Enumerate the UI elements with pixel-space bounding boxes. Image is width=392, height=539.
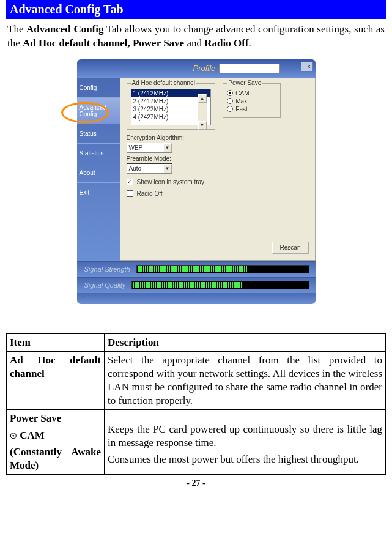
text: Keeps the PC card powered up continuousl… (108, 423, 382, 450)
radio-icon (227, 98, 233, 104)
signal-quality-row: Signal Quality (77, 277, 316, 293)
radio-max[interactable]: Max (227, 98, 276, 105)
table-row: Ad Hoc default channel Select the approp… (7, 351, 386, 409)
table-description: Keeps the PC card powered up continuousl… (105, 410, 386, 474)
power-save-label: Power Save (227, 80, 262, 86)
chevron-down-icon: ▼ (163, 164, 172, 173)
scrollbar[interactable]: ▲ ▼ (198, 94, 207, 130)
page-number: - 27 - (6, 478, 386, 488)
scroll-up-icon[interactable]: ▲ (198, 94, 207, 103)
preamble-label: Preamble Mode: (127, 155, 309, 162)
radio-fast[interactable]: Fast (227, 106, 276, 113)
radio-label: Fast (235, 106, 247, 113)
checkbox-icon (127, 179, 133, 185)
radio-cam[interactable]: CAM (227, 90, 276, 97)
text: CAM (17, 429, 45, 441)
text: Consumes the most power but offers the h… (108, 453, 382, 466)
adhoc-channel-label: Ad Hoc default channel (131, 80, 196, 86)
radio-icon (227, 90, 233, 96)
window-footer (77, 293, 316, 304)
radio-label: CAM (235, 90, 249, 97)
signal-quality-label: Signal Quality (84, 281, 126, 289)
rescan-button[interactable]: Rescan (272, 242, 309, 254)
window-titlebar: Profile – × (77, 59, 316, 78)
text: and (184, 37, 204, 49)
signal-strength-row: Signal Strength (77, 261, 316, 277)
encryption-value: WEP (129, 144, 143, 151)
encryption-label: Encryption Algorithm: (127, 135, 309, 141)
table-item: Power Save ☉ CAM (Constantly Awake Mode) (7, 410, 105, 474)
profile-label: Profile (193, 64, 216, 73)
intro-paragraph: The Advanced Config Tab allows you to ch… (6, 23, 386, 57)
sidebar-tab-config[interactable]: Config (77, 78, 120, 97)
signal-strength-label: Signal Strength (84, 266, 130, 273)
show-tray-checkbox-row[interactable]: Show icon in system tray (127, 179, 309, 185)
app-screenshot: Profile – × Config Advanced Config Statu… (77, 59, 316, 316)
checkbox-label: Show icon in system tray (137, 179, 205, 185)
signal-strength-bar (136, 265, 309, 273)
highlight-circle (61, 102, 109, 123)
sidebar-tab-statistics[interactable]: Statistics (77, 143, 120, 163)
preamble-value: Auto (129, 165, 142, 172)
checkbox-icon (127, 190, 133, 197)
description-table: Item Description Ad Hoc default channel … (6, 333, 386, 475)
bullet-icon: ☉ (10, 431, 17, 440)
preamble-dropdown[interactable]: Auto ▼ (127, 163, 172, 174)
window-controls[interactable]: – × (301, 62, 313, 72)
text: (Constantly Awake Mode) (10, 445, 101, 472)
profile-dropdown[interactable] (219, 64, 280, 73)
signal-quality-bar (131, 281, 309, 289)
bold: Ad Hoc default channel, Power Save (23, 37, 184, 49)
table-item: Ad Hoc default channel (7, 351, 105, 409)
table-row: Power Save ☉ CAM (Constantly Awake Mode)… (7, 410, 386, 474)
bold: Radio Off (204, 37, 248, 49)
bold: Advanced Config (26, 23, 103, 35)
radio-icon (227, 106, 233, 112)
checkbox-label: Radio Off (137, 190, 163, 197)
sidebar-tab-exit[interactable]: Exit (77, 182, 120, 202)
sidebar-tab-about[interactable]: About (77, 163, 120, 182)
encryption-dropdown[interactable]: WEP ▼ (127, 143, 172, 153)
text: . (248, 37, 251, 49)
table-description: Select the appropriate channel from the … (105, 351, 386, 409)
panel: Ad Hoc default channel 1 (2412MHz) 2 (24… (120, 78, 316, 261)
table-header-item: Item (7, 333, 105, 351)
scroll-down-icon[interactable]: ▼ (198, 121, 207, 130)
text: Power Save (10, 412, 101, 425)
table-header-description: Description (105, 333, 386, 351)
power-save-group: Power Save CAM Max Fast (223, 83, 281, 118)
sidebar-tab-status[interactable]: Status (77, 124, 120, 143)
section-title: Advanced Config Tab (6, 0, 386, 19)
chevron-down-icon: ▼ (163, 143, 172, 152)
adhoc-channel-group: Ad Hoc default channel 1 (2412MHz) 2 (24… (127, 83, 215, 130)
text: The (7, 23, 26, 35)
radio-off-checkbox-row[interactable]: Radio Off (127, 190, 309, 197)
radio-label: Max (235, 98, 247, 105)
